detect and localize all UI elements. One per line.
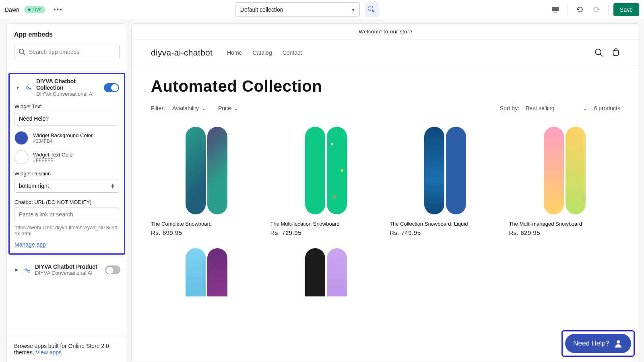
inspector-icon: [368, 6, 376, 14]
search-icon: [19, 48, 26, 56]
filter-price[interactable]: Price ⌄: [218, 105, 238, 111]
product-count: 6 products: [594, 105, 620, 111]
search-app-embeds[interactable]: [14, 45, 120, 59]
divider: [568, 4, 568, 15]
product-name: The Collection Snowboard: Liquid: [390, 221, 501, 227]
nav-home[interactable]: Home: [227, 49, 242, 56]
store-nav: Home Catalog Contact: [227, 49, 302, 56]
position-label: Widget Position: [14, 171, 119, 177]
page-title: Automated Collection: [132, 66, 640, 105]
manage-app-link[interactable]: Manage app: [14, 241, 46, 248]
topbar: Dawn Live ••• Default collection ▾ Save: [0, 0, 644, 19]
text-color-hex: #FFFFFF: [33, 158, 74, 163]
product-price: Rs. 729.95: [270, 229, 382, 236]
chat-widget-highlight: Need Help?: [561, 330, 635, 357]
preview-frame: Welcome to our store diyva-ai-chatbot Ho…: [131, 23, 640, 362]
live-badge: Live: [24, 6, 45, 13]
search-input[interactable]: [29, 49, 115, 55]
app-icon: [24, 83, 33, 92]
nav-catalog[interactable]: Catalog: [252, 49, 272, 56]
chevron-down-icon: ⌄: [583, 105, 588, 111]
product-card[interactable]: The Multi-managed Snowboard Rs. 629.95: [509, 126, 621, 236]
product-card[interactable]: The Complete Snowboard Rs. 699.95: [151, 126, 262, 236]
theme-name: Dawn: [5, 6, 19, 13]
store-header: diyva-ai-chatbot Home Catalog Contact: [132, 40, 640, 66]
embed-collection-toggle[interactable]: [104, 83, 119, 92]
text-color-label: Widget Text Color: [33, 152, 74, 158]
collection-select-value: Default collection: [240, 6, 283, 13]
bg-color-label: Widget Background Color: [33, 132, 93, 138]
bg-color-swatch[interactable]: [14, 131, 28, 145]
text-color-swatch[interactable]: [14, 150, 28, 164]
person-icon: [613, 339, 623, 348]
embed-product-subtitle: DIYVA Conversational AI: [35, 270, 102, 276]
svg-rect-1: [552, 7, 559, 11]
app-icon: [23, 265, 32, 274]
redo-button: [589, 2, 603, 17]
select-arrows-icon: ▲▼: [111, 183, 115, 189]
product-card[interactable]: [270, 248, 382, 296]
chevron-down-icon: ⌄: [201, 105, 206, 111]
chevron-down-icon[interactable]: ▼: [14, 85, 21, 90]
cart-icon[interactable]: [611, 48, 620, 57]
sort-label: Sort by:: [500, 105, 519, 111]
filter-bar: Filter: Availability ⌄ Price ⌄ Sort by: …: [132, 105, 640, 119]
svg-point-3: [19, 49, 24, 53]
url-input[interactable]: [14, 208, 119, 221]
chat-widget[interactable]: Need Help?: [565, 334, 631, 353]
undo-button[interactable]: [573, 2, 587, 17]
svg-line-4: [23, 53, 25, 55]
undo-icon: [576, 6, 584, 14]
svg-line-6: [600, 54, 603, 56]
inspector-toggle[interactable]: [365, 2, 379, 17]
product-name: The Multi-location Snowboard: [270, 221, 382, 227]
svg-point-7: [617, 340, 620, 343]
svg-point-5: [595, 49, 601, 55]
divider: [608, 4, 609, 15]
product-name: The Complete Snowboard: [151, 221, 262, 227]
filter-label: Filter:: [151, 105, 165, 111]
product-price: Rs. 629.95: [509, 229, 621, 236]
embed-product-item: ▶ DIYVA Chatbot Product DIYVA Conversati…: [7, 259, 127, 280]
redo-icon: [592, 6, 600, 14]
nav-contact[interactable]: Contact: [283, 49, 302, 56]
device-desktop-button[interactable]: [548, 2, 563, 17]
product-card[interactable]: The Multi-location Snowboard Rs. 729.95: [270, 126, 382, 236]
store-name[interactable]: diyva-ai-chatbot: [151, 48, 213, 58]
product-card[interactable]: [151, 248, 262, 296]
url-label: Chatbot URL (DO NOT MODIFY): [14, 199, 119, 205]
svg-rect-2: [554, 12, 557, 12]
sidebar-title: App embeds: [14, 31, 120, 38]
more-menu-icon[interactable]: •••: [50, 4, 66, 15]
position-select[interactable]: bottom-right ▲▼: [14, 179, 119, 193]
embed-product-title: DIYVA Chatbot Product: [35, 263, 102, 270]
sidebar: App embeds ▼ DIYVA Chatbot Collection DI…: [6, 23, 127, 362]
embed-collection-subtitle: DIYVA Conversational AI: [36, 91, 101, 97]
product-price: Rs. 749.95: [390, 229, 501, 236]
product-card[interactable]: The Collection Snowboard: Liquid Rs. 749…: [390, 126, 501, 236]
product-grid: The Complete Snowboard Rs. 699.95 The Mu…: [132, 119, 640, 296]
position-value: bottom-right: [19, 183, 49, 189]
filter-availability[interactable]: Availability ⌄: [172, 105, 206, 111]
collection-select[interactable]: Default collection ▾: [235, 2, 360, 17]
chevron-right-icon[interactable]: ▶: [13, 267, 20, 272]
embed-collection-title: DIYVA Chatbot Collection: [36, 78, 101, 91]
sidebar-footer: Browse apps built for Online Store 2.0 t…: [7, 336, 127, 362]
caret-down-icon: ▾: [352, 6, 355, 13]
announcement-bar: Welcome to our store: [132, 24, 640, 40]
preview-pane: Welcome to our store diyva-ai-chatbot Ho…: [127, 19, 644, 362]
desktop-icon: [551, 6, 559, 14]
product-price: Rs. 699.95: [151, 229, 262, 236]
view-apps-link[interactable]: View apps: [36, 349, 62, 356]
chat-widget-text: Need Help?: [573, 339, 609, 348]
sort-select[interactable]: Best selling ⌄: [526, 105, 588, 111]
widget-text-input[interactable]: [14, 112, 119, 125]
embed-collection-panel: ▼ DIYVA Chatbot Collection DIYVA Convers…: [8, 73, 125, 255]
search-icon[interactable]: [594, 48, 603, 57]
product-name: The Multi-managed Snowboard: [509, 221, 621, 227]
url-display: https://webui.test.diyva.life/shreyas_NP…: [14, 224, 119, 237]
bg-color-hex: #334FB4: [33, 138, 93, 144]
widget-text-label: Widget Text: [14, 103, 119, 109]
save-button[interactable]: Save: [613, 3, 639, 16]
embed-product-toggle[interactable]: [105, 265, 120, 274]
